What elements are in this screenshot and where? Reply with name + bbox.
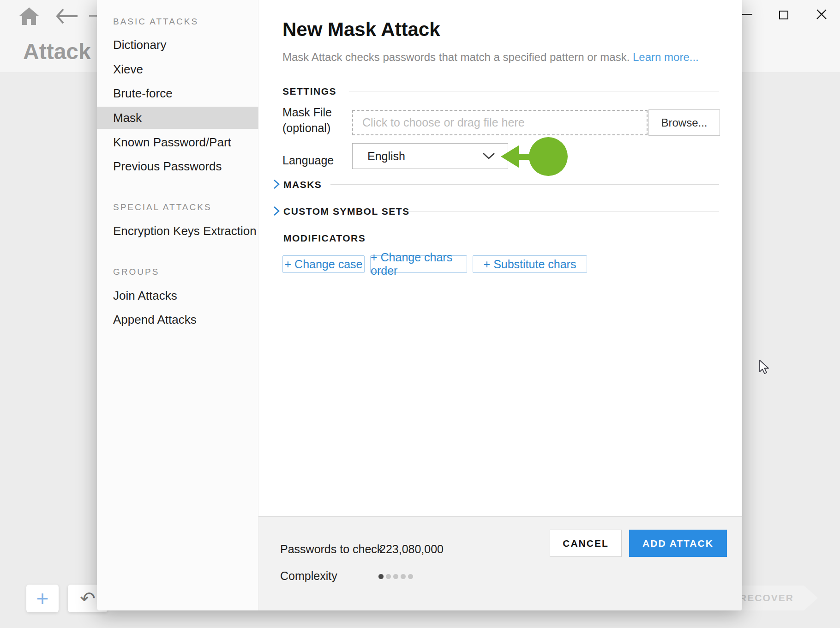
section-header-special-attacks: SPECIAL ATTACKS xyxy=(113,202,212,212)
custom-symbol-sets-section-header[interactable]: CUSTOM SYMBOL SETS xyxy=(283,206,410,217)
new-mask-attack-dialog: New Mask Attack Mask Attack checks passw… xyxy=(258,0,742,610)
modificators-section-header: MODIFICATORS xyxy=(283,233,366,244)
complexity-dot xyxy=(401,574,406,579)
plus-icon: + xyxy=(36,586,49,611)
settings-section-header: SETTINGS xyxy=(282,86,336,97)
complexity-dot xyxy=(378,574,384,579)
mask-file-placeholder: Click to choose or drag file here xyxy=(362,116,525,129)
chevron-down-icon xyxy=(482,152,496,160)
close-button[interactable] xyxy=(816,9,827,20)
sidebar-item-previous-passwords[interactable]: Previous Passwords xyxy=(97,155,258,177)
masks-section-header[interactable]: MASKS xyxy=(283,179,322,190)
dialog-title: New Mask Attack xyxy=(282,18,440,41)
complexity-label: Complexity xyxy=(280,569,337,583)
sidebar-item-known-password-part[interactable]: Known Password/Part xyxy=(97,131,258,153)
mouse-cursor xyxy=(758,359,771,376)
change-chars-order-button[interactable]: + Change chars order xyxy=(370,255,467,273)
sidebar-item-mask[interactable]: Mask xyxy=(97,107,258,129)
section-header-basic-attacks: BASIC ATTACKS xyxy=(113,17,198,27)
mask-file-label: Mask File (optional) xyxy=(282,104,332,136)
complexity-dot xyxy=(393,574,398,579)
green-arrow-annotation xyxy=(499,135,577,179)
browse-button[interactable]: Browse... xyxy=(648,109,720,136)
passwords-to-check-label: Passwords to check xyxy=(280,543,383,556)
sidebar-item-join-attacks[interactable]: Join Attacks xyxy=(97,284,258,307)
add-attack-button[interactable]: ADD ATTACK xyxy=(629,530,727,557)
masks-expand-chevron-icon[interactable] xyxy=(271,179,282,189)
masks-divider xyxy=(330,184,719,185)
section-header-groups: GROUPS xyxy=(113,267,159,277)
dialog-description: Mask Attack checks passwords that match … xyxy=(282,51,699,64)
hidden-toolbar-icon-fragment xyxy=(89,15,97,17)
sidebar-item-encryption-keys-extraction[interactable]: Encryption Keys Extraction xyxy=(97,220,258,242)
custom-symbol-sets-divider xyxy=(407,211,719,211)
settings-divider xyxy=(349,91,719,91)
sidebar-item-dictionary[interactable]: Dictionary xyxy=(97,34,258,56)
custom-symbol-sets-expand-chevron-icon[interactable] xyxy=(271,206,282,216)
sidebar-item-brute-force[interactable]: Brute-force xyxy=(97,82,258,104)
cancel-button[interactable]: CANCEL xyxy=(550,530,622,557)
add-attack-fab-button[interactable]: + xyxy=(26,585,59,612)
sidebar-item-xieve[interactable]: Xieve xyxy=(97,58,258,80)
maximize-button[interactable] xyxy=(779,11,788,19)
attack-types-sidebar: BASIC ATTACKS Dictionary Xieve Brute-for… xyxy=(97,0,258,610)
complexity-dot xyxy=(386,574,391,579)
complexity-dot xyxy=(408,574,413,579)
language-dropdown[interactable]: English xyxy=(352,143,508,169)
home-icon[interactable] xyxy=(18,6,40,28)
modificators-divider xyxy=(376,238,719,238)
close-icon xyxy=(816,9,827,20)
substitute-chars-button[interactable]: + Substitute chars xyxy=(473,255,587,273)
undo-icon: ↶ xyxy=(80,588,96,609)
mask-file-dropzone[interactable]: Click to choose or drag file here xyxy=(352,110,648,135)
language-value: English xyxy=(367,150,482,163)
change-case-button[interactable]: + Change case xyxy=(282,255,365,273)
learn-more-link[interactable]: Learn more... xyxy=(633,51,699,63)
back-arrow-icon[interactable] xyxy=(55,8,78,26)
mask-attack-panel: BASIC ATTACKS Dictionary Xieve Brute-for… xyxy=(97,0,742,610)
language-label: Language xyxy=(282,152,334,168)
passwords-to-check-value: 223,080,000 xyxy=(379,543,444,556)
sidebar-item-append-attacks[interactable]: Append Attacks xyxy=(97,308,258,331)
complexity-dots xyxy=(378,574,413,579)
background-page-title: Attack xyxy=(23,39,97,64)
